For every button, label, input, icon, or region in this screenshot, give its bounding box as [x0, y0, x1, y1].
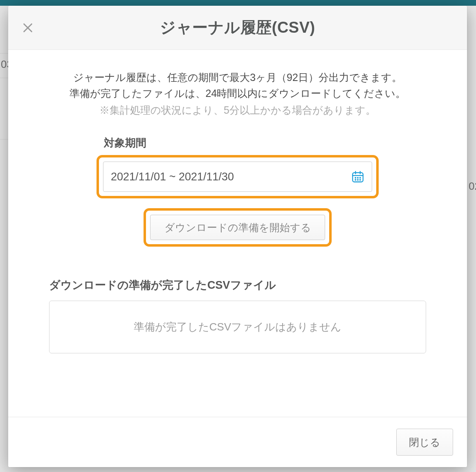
highlight-date-range — [97, 155, 379, 198]
bg-text-fragment: 02 — [468, 180, 476, 193]
ready-files-empty-text: 準備が完了したCSVファイルはありません — [134, 321, 341, 333]
target-period-label: 対象期間 — [97, 136, 379, 150]
close-button[interactable] — [20, 20, 36, 36]
bg-divider — [0, 53, 8, 54]
date-range-input[interactable] — [103, 162, 372, 192]
ready-files-title: ダウンロードの準備が完了したCSVファイル — [49, 278, 426, 292]
dialog-body: ジャーナル履歴は、任意の期間で最大3ヶ月（92日）分出力できます。 準備が完了し… — [8, 50, 467, 417]
intro-note: ※集計処理の状況により、5分以上かかる場合があります。 — [49, 102, 426, 118]
footer-close-button[interactable]: 閉じる — [396, 429, 453, 456]
bg-divider — [0, 139, 8, 139]
journal-history-csv-dialog: ジャーナル履歴(CSV) ジャーナル履歴は、任意の期間で最大3ヶ月（92日）分出… — [8, 6, 467, 467]
dialog-title: ジャーナル履歴(CSV) — [8, 17, 467, 38]
close-icon — [21, 21, 34, 34]
highlight-prepare-button: ダウンロードの準備を開始する — [144, 208, 332, 247]
dialog-header: ジャーナル履歴(CSV) — [8, 6, 467, 50]
page-topbar — [0, 0, 476, 6]
prepare-download-button[interactable]: ダウンロードの準備を開始する — [150, 215, 325, 240]
date-range-field-wrap — [103, 162, 372, 192]
intro-text: ジャーナル履歴は、任意の期間で最大3ヶ月（92日）分出力できます。 準備が完了し… — [49, 70, 426, 118]
intro-line-2: 準備が完了したファイルは、24時間以内にダウンロードしてください。 — [49, 85, 426, 101]
ready-files-empty-state: 準備が完了したCSVファイルはありません — [49, 301, 426, 353]
ready-files-section: ダウンロードの準備が完了したCSVファイル 準備が完了したCSVファイルはありま… — [49, 278, 426, 353]
intro-line-1: ジャーナル履歴は、任意の期間で最大3ヶ月（92日）分出力できます。 — [49, 70, 426, 85]
bg-divider — [0, 78, 8, 78]
dialog-footer: 閉じる — [8, 417, 467, 467]
target-period-block: 対象期間 — [97, 136, 379, 247]
